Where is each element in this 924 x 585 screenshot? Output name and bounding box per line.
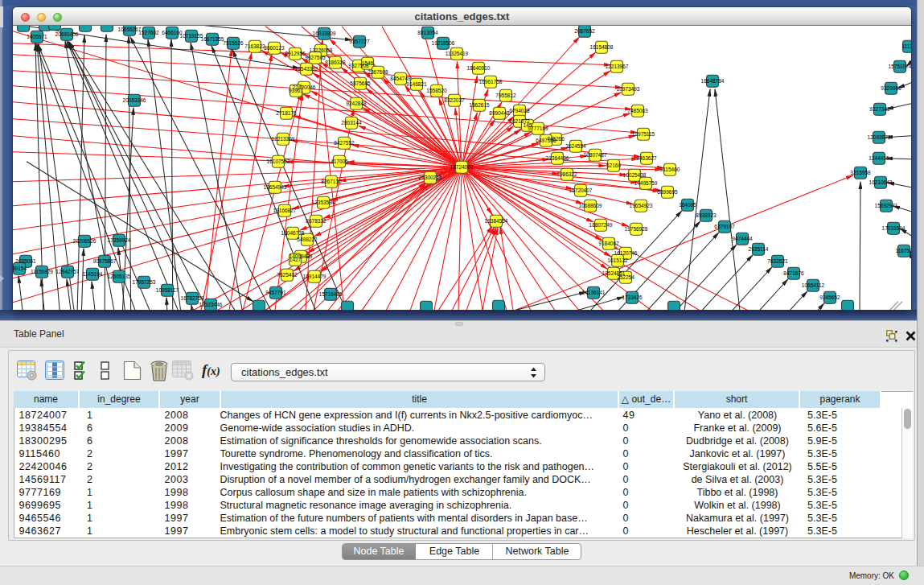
svg-text:1145194: 1145194 [83,271,103,277]
svg-text:2367608: 2367608 [368,69,388,75]
svg-text:8990448: 8990448 [489,110,510,116]
svg-text:9777169: 9777169 [528,126,548,131]
svg-text:14136141: 14136141 [582,290,606,295]
svg-text:1527602: 1527602 [138,30,159,35]
svg-text:7163822: 7163822 [244,43,265,49]
svg-text:10688609: 10688609 [579,203,602,208]
svg-text:16782759: 16782759 [181,295,204,301]
svg-text:15720407: 15720407 [569,187,593,193]
svg-text:8813054: 8813054 [417,30,438,35]
svg-text:1558520: 1558520 [426,88,447,93]
svg-text:16671355: 16671355 [201,36,224,42]
svg-text:12213369: 12213369 [272,136,295,142]
svg-text:19654943: 19654943 [264,184,287,190]
svg-text:9146821: 9146821 [406,81,427,87]
svg-text:9457791: 9457791 [265,290,286,295]
svg-text:9357227: 9357227 [349,39,370,44]
svg-text:8322037: 8322037 [444,97,465,103]
svg-text:21364436: 21364436 [546,155,569,161]
svg-text:12505135: 12505135 [108,274,131,279]
svg-text:8427552: 8427552 [334,140,355,146]
svg-text:417006: 417006 [331,159,348,164]
svg-text:90975867: 90975867 [93,258,117,264]
svg-text:9474444: 9474444 [732,236,753,241]
svg-text:8454749: 8454749 [390,76,411,81]
svg-text:9245652: 9245652 [819,295,840,300]
svg-text:116753: 116753 [895,248,911,253]
svg-text:2803144: 2803144 [341,120,362,126]
svg-text:93961: 93961 [289,88,303,93]
svg-text:9115460: 9115460 [660,167,680,172]
svg-text:15692971: 15692971 [875,203,898,208]
svg-text:8186328: 8186328 [325,60,346,65]
svg-text:12975115: 12975115 [632,131,655,137]
svg-text:3624554: 3624554 [565,143,586,149]
svg-text:8471676: 8471676 [783,270,804,276]
svg-text:6794028: 6794028 [509,108,530,113]
svg-text:17359924: 17359924 [108,237,131,243]
svg-text:9329966: 9329966 [881,85,901,91]
svg-text:7515526: 7515526 [223,40,244,46]
svg-text:20206526: 20206526 [73,238,97,244]
svg-text:15751074: 15751074 [889,64,911,69]
svg-text:16033809: 16033809 [313,31,336,36]
svg-text:8660123: 8660123 [264,45,285,51]
svg-text:1362615: 1362615 [469,102,490,108]
svg-text:19756928: 19756928 [625,226,648,232]
svg-text:18640910: 18640910 [467,65,491,71]
svg-text:7485063: 7485063 [627,108,648,113]
svg-text:11156829: 11156829 [31,269,53,274]
svg-text:2035061: 2035061 [15,258,36,264]
svg-text:16046738: 16046738 [281,230,305,236]
svg-text:6379197: 6379197 [714,224,735,229]
svg-text:9463627: 9463627 [636,155,657,161]
svg-text:7955812: 7955812 [495,93,516,98]
svg-text:1615132: 1615132 [607,257,628,263]
svg-text:164095: 164095 [679,202,696,208]
svg-text:10654112: 10654112 [802,282,825,288]
svg-text:14495759: 14495759 [634,180,658,186]
svg-text:17016504: 17016504 [882,225,906,231]
svg-text:7632621: 7632621 [767,258,788,264]
svg-text:13226058: 13226058 [310,47,333,53]
svg-text:12942757: 12942757 [56,269,80,274]
svg-text:10807487: 10807487 [584,152,607,158]
svg-text:19218506: 19218506 [432,40,455,46]
svg-text:16543382: 16543382 [295,66,318,72]
svg-text:12213967: 12213967 [606,64,629,69]
svg-text:17957253: 17957253 [133,279,156,285]
svg-text:16107552: 16107552 [267,159,290,164]
svg-text:39154: 39154 [13,266,27,271]
svg-text:8912956: 8912956 [285,51,306,56]
svg-text:16154808: 16154808 [590,44,614,50]
svg-text:16120746: 16120746 [614,250,638,256]
svg-text:20691406: 20691406 [55,31,79,37]
svg-text:16648784: 16648784 [701,78,725,84]
svg-text:1244415: 1244415 [869,155,889,161]
svg-text:5875685: 5875685 [350,80,371,86]
svg-text:1405571: 1405571 [27,34,47,39]
svg-text:15716485: 15716485 [319,291,343,297]
svg-text:1546: 1546 [362,60,374,66]
svg-text:19384554: 19384554 [485,218,508,224]
svg-text:19654923: 19654923 [630,203,653,208]
svg-text:7625402: 7625402 [277,272,298,278]
svg-text:16210643: 16210643 [869,179,893,185]
svg-text:11172: 11172 [901,43,911,49]
svg-text:6899695: 6899695 [657,189,678,195]
svg-text:8938923: 8938923 [696,212,717,218]
svg-text:9327505: 9327505 [305,55,326,60]
svg-text:12323446: 12323446 [199,302,223,307]
svg-text:25300215: 25300215 [419,175,442,180]
svg-text:62160: 62160 [606,163,621,168]
svg-text:2718176: 2718176 [276,110,297,116]
svg-text:9242848: 9242848 [346,101,367,106]
svg-text:19166827: 19166827 [273,208,297,213]
svg-text:20053346: 20053346 [123,97,146,103]
svg-text:8678332: 8678332 [306,218,326,224]
svg-text:8267130: 8267130 [321,179,342,184]
svg-text:12093873: 12093873 [868,134,891,140]
svg-text:18807249: 18807249 [589,222,613,228]
svg-text:10973493: 10973493 [617,86,640,92]
svg-text:1733426: 1733426 [622,295,643,300]
